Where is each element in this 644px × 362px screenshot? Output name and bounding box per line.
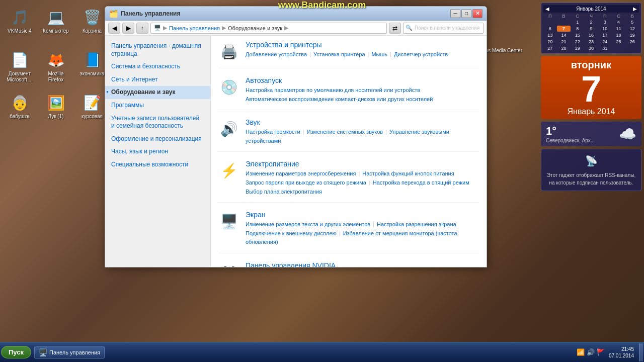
link-power-2[interactable]: Запрос пароля при выходе из спящего режи… [246,179,366,186]
link-devices-2[interactable]: Мышь [371,51,387,57]
desktop-icon-5[interactable]: 🖼️Лук (1) [39,90,73,122]
desktop-icon-3[interactable]: 💻Компьютер [39,5,73,36]
link-power-0[interactable]: Изменение параметров энергосбережения [246,170,356,176]
up-button[interactable]: ↑ [136,23,148,34]
left-nav: Панель управления - домашняя страницаСис… [105,36,211,267]
close-button[interactable]: ✕ [472,9,482,18]
cal-day[interactable]: 27 [543,45,556,51]
cal-day[interactable]: 24 [598,39,611,45]
start-button[interactable]: Пуск [1,346,31,358]
cal-day[interactable]: 11 [612,26,625,32]
breadcrumb-control-panel[interactable]: Панель управления [169,25,220,31]
show-desktop-button[interactable] [639,343,643,361]
nav-item-3[interactable]: Оборудование и звук [105,86,210,99]
nav-item-7[interactable]: Часы, язык и регион [105,145,210,158]
minimize-button[interactable]: ─ [450,9,460,18]
nav-item-2[interactable]: Сеть и Интернет [105,73,210,86]
weather-city: Северодвинск, Арх... [546,138,595,143]
refresh-button[interactable]: ⇄ [389,23,401,34]
nav-item-5[interactable]: Учетные записи пользователей и семейная … [105,112,210,133]
section-title-screen[interactable]: Экран [246,211,479,219]
nav-item-1[interactable]: Система и безопасность [105,60,210,73]
cal-day[interactable]: 9 [585,26,598,32]
section-text-nvidia: Панель управления NVIDIA [246,261,479,267]
cal-day[interactable]: 18 [612,32,625,38]
desktop-icon-8[interactable]: 📝курсовая [75,90,109,122]
taskbar-item-0[interactable]: 🖥️Панель управления [34,346,105,358]
search-bar[interactable]: 🔍 Поиск в панели управления [403,23,484,34]
link-screen-1[interactable]: Настройка разрешения экрана [377,221,456,227]
cal-day[interactable]: 10 [598,26,611,32]
cal-day[interactable]: 31 [598,45,611,51]
cal-day[interactable]: 7 [557,26,570,32]
cal-day[interactable]: 8 [571,26,584,32]
cal-day[interactable]: 25 [612,39,625,45]
rss-widget: 📡 Этот гаджет отображает RSS-каналы, на … [541,149,641,191]
link-autoplay-0[interactable]: Настройка параметров по умолчанию для но… [246,87,420,93]
desktop-icon-1[interactable]: 📄Документ Microsoft ... [3,48,37,85]
cal-day[interactable]: 15 [571,32,584,38]
icon-label-4: Mozilla Firefox [41,71,71,83]
cal-day[interactable]: 29 [571,45,584,51]
cal-day [626,45,639,51]
back-button[interactable]: ◀ [108,23,120,34]
desktop-icon-6[interactable]: 🗑️Корзина [75,5,109,36]
volume-tray-icon[interactable]: 🔊 [587,348,595,356]
nav-item-0[interactable]: Панель управления - домашняя страница [105,40,210,60]
section-title-power[interactable]: Электропитание [246,160,479,168]
cal-day[interactable]: 6 [543,26,556,32]
cal-day-header: В [557,14,570,19]
window-body: Панель управления - домашняя страницаСис… [105,36,487,267]
desktop: www.Bandicam.com 🎵VKMusic 4📄Документ Mic… [0,0,644,362]
section-title-devices[interactable]: Устройства и принтеры [246,41,479,49]
cal-day[interactable]: 28 [557,45,570,51]
cal-day[interactable]: 19 [626,32,639,38]
link-autoplay-1[interactable]: Автоматическое воспроизведение компакт-д… [246,96,433,102]
cal-day[interactable]: 30 [585,45,598,51]
link-screen-2[interactable]: Подключение к внешнему дисплею [246,230,337,236]
nav-item-6[interactable]: Оформление и персонализация [105,133,210,146]
section-title-sound[interactable]: Звук [246,118,479,126]
cal-day[interactable]: 22 [571,39,584,45]
cal-day[interactable]: 21 [557,39,570,45]
link-power-4[interactable]: Выбор плана электропитания [246,189,322,195]
link-screen-0[interactable]: Изменение размеров текста и других элеме… [246,221,370,227]
forward-button[interactable]: ▶ [122,23,134,34]
cal-day[interactable]: 2 [585,19,598,25]
cal-day[interactable]: 20 [543,39,556,45]
link-power-3[interactable]: Настройка перехода в спящий режим [373,179,469,186]
link-devices-3[interactable]: Диспетчер устройств [394,51,448,57]
link-sound-0[interactable]: Настройка громкости [246,129,300,135]
date-widget: вторник 7 Январь 2014 [541,56,641,119]
cal-day[interactable]: 23 [585,39,598,45]
section-text-devices: Устройства и принтерыДобавление устройст… [246,41,479,59]
date-day: 7 [546,71,636,107]
cal-day[interactable]: 1 [571,19,584,25]
cal-day[interactable]: 12 [626,26,639,32]
nav-item-8[interactable]: Специальные возможности [105,158,210,171]
nav-item-4[interactable]: Программы [105,99,210,112]
cal-day[interactable]: 5 [626,19,639,25]
cal-day[interactable]: 3 [598,19,611,25]
action-center-tray-icon[interactable]: 🚩 [597,348,605,356]
section-title-autoplay[interactable]: Автозапуск [246,76,479,84]
calendar-next[interactable]: ▶ [633,6,637,12]
desktop-icon-4[interactable]: 🦊Mozilla Firefox [39,48,73,85]
cal-day[interactable]: 16 [585,32,598,38]
link-sound-1[interactable]: Изменение системных звуков [307,129,383,135]
link-devices-1[interactable]: Установка принтера [313,51,365,57]
link-devices-0[interactable]: Добавление устройства [246,51,307,57]
desktop-icon-2[interactable]: 👵бабушке [3,90,37,122]
maximize-button[interactable]: □ [461,9,471,18]
desktop-icon-0[interactable]: 🎵VKMusic 4 [3,5,37,36]
cal-day[interactable]: 4 [612,19,625,25]
link-power-1[interactable]: Настройка функций кнопок питания [362,170,454,176]
cal-day[interactable]: 13 [543,32,556,38]
cal-day[interactable]: 17 [598,32,611,38]
desktop-icon-7[interactable]: 📘экономика [75,48,109,79]
section-title-nvidia[interactable]: Панель управления NVIDIA [246,261,479,267]
cal-day[interactable]: 26 [626,39,639,45]
cal-day[interactable]: 14 [557,32,570,38]
network-tray-icon[interactable]: 📶 [577,348,585,356]
calendar-prev[interactable]: ◀ [545,6,549,12]
